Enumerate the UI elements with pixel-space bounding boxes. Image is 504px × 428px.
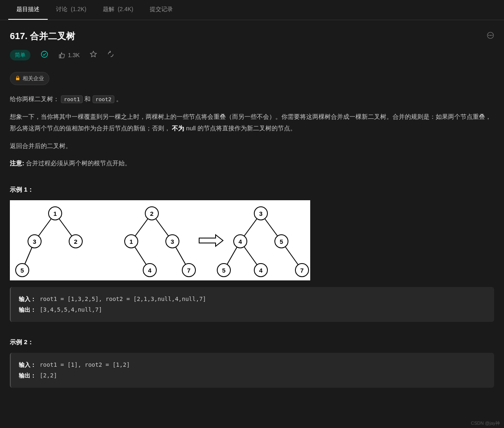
example2-code: 输入： root1 = [1], root2 = [1,2] 输出： [2,2]	[10, 353, 494, 388]
svg-text:3: 3	[171, 238, 174, 245]
svg-text:5: 5	[21, 266, 24, 273]
svg-text:4: 4	[239, 238, 242, 245]
input-value: root1 = [1,3,2,5], root2 = [2,1,3,null,4…	[39, 296, 206, 302]
output-label: 输出：	[19, 372, 36, 379]
svg-text:3: 3	[259, 210, 262, 217]
output-value: [3,4,5,5,4,null,7]	[39, 306, 102, 313]
problem-title: 617. 合并二叉树	[10, 30, 75, 42]
desc-text: 合并过程必须从两个树的根节点开始。	[26, 160, 131, 167]
problem-description: 给你两棵二叉树： root1 和 root2 。 想象一下，当你将其中一棵覆盖到…	[10, 93, 494, 169]
watermark: CSDN @jay神	[471, 420, 500, 426]
company-label: 相关企业	[23, 75, 44, 82]
lock-icon	[15, 76, 20, 82]
input-label: 输入：	[19, 296, 36, 302]
svg-point-3	[492, 35, 492, 35]
example1-label: 示例 1：	[10, 186, 494, 194]
svg-point-2	[490, 35, 490, 35]
svg-text:4: 4	[259, 266, 263, 273]
tab-description[interactable]: 题目描述	[8, 0, 48, 20]
tab-solutions-label: 题解	[103, 6, 114, 12]
svg-text:7: 7	[300, 266, 304, 273]
svg-point-1	[489, 35, 489, 35]
tab-bar: 题目描述 讨论 (1.2K) 题解 (2.4K) 提交记录	[0, 0, 504, 20]
tab-discuss[interactable]: 讨论 (1.2K)	[48, 0, 95, 20]
code-root1: root1	[61, 95, 83, 103]
tab-submissions[interactable]: 提交记录	[142, 0, 181, 20]
svg-text:5: 5	[280, 238, 283, 245]
svg-text:4: 4	[148, 266, 152, 273]
output-value: [2,2]	[39, 372, 57, 379]
svg-text:1: 1	[130, 238, 133, 245]
input-value: root1 = [1], root2 = [1,2]	[39, 361, 130, 368]
company-badge[interactable]: 相关企业	[10, 72, 49, 85]
output-label: 输出：	[19, 306, 36, 313]
star-icon	[90, 51, 97, 58]
desc-note-label: 注意:	[10, 160, 24, 167]
difficulty-badge: 简单	[10, 50, 30, 60]
problem-content: 617. 合并二叉树 简单 1.3K 相关企业 给你两棵二叉树：	[0, 20, 504, 406]
solved-check-icon	[40, 50, 49, 60]
desc-text: null 的节点将直接作为新二叉树的节点。	[186, 125, 296, 132]
svg-text:1: 1	[53, 210, 57, 217]
svg-text:7: 7	[187, 266, 190, 273]
svg-text:5: 5	[222, 266, 225, 273]
desc-text: 给你两棵二叉树：	[10, 95, 59, 102]
more-icon[interactable]	[487, 32, 494, 41]
desc-text: 返回合并后的二叉树。	[10, 140, 494, 152]
code-root2: root2	[93, 95, 114, 103]
example2-label: 示例 2：	[10, 338, 494, 346]
svg-text:2: 2	[150, 210, 153, 217]
tab-discuss-label: 讨论	[56, 6, 67, 12]
example1-code: 输入： root1 = [1,3,2,5], root2 = [2,1,3,nu…	[10, 287, 494, 322]
tab-discuss-count: (1.2K)	[71, 6, 86, 12]
like-button[interactable]: 1.3K	[58, 52, 80, 59]
like-count: 1.3K	[68, 52, 80, 58]
desc-text: 。	[116, 95, 122, 102]
tree-diagram: 1 3 2 5 2 1 3 4 7 3 4 5 5 4 7	[10, 200, 310, 280]
share-button[interactable]	[107, 51, 114, 60]
desc-bold: 不为	[172, 125, 184, 132]
thumb-up-icon	[58, 52, 65, 59]
favorite-button[interactable]	[90, 51, 97, 60]
input-label: 输入：	[19, 361, 36, 368]
svg-text:3: 3	[33, 238, 36, 245]
tab-solutions-count: (2.4K)	[118, 6, 133, 12]
desc-text: 和	[84, 95, 92, 102]
tab-solutions[interactable]: 题解 (2.4K)	[95, 0, 142, 20]
svg-text:2: 2	[74, 238, 77, 245]
share-icon	[107, 51, 114, 58]
